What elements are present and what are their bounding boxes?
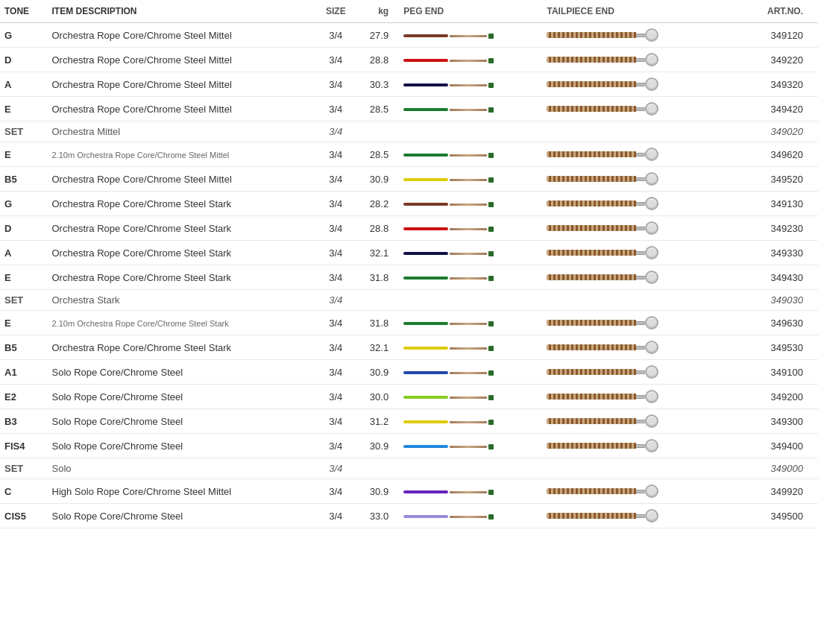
cell-size: 3/4 [314,434,357,458]
table-row: FIS4Solo Rope Core/Chrome Steel3/430.934… [0,434,818,458]
tail-twisted-section [547,225,636,231]
cell-tone: D [0,216,48,241]
cell-art-no: 349000 [714,458,818,479]
tail-connector [636,370,645,374]
cell-kg: 30.9 [357,479,396,504]
table-row: DOrchestra Rope Core/Chrome Steel Stark3… [0,216,818,241]
cell-tail-end [542,434,714,458]
tail-twisted-section [547,344,636,350]
peg-metal-band [450,35,487,37]
cell-tone: SET [0,458,48,479]
tail-string-visual [547,77,658,92]
table-row: EOrchestra Rope Core/Chrome Steel Mittel… [0,97,818,121]
cell-tail-end [542,97,714,121]
cell-size: 3/4 [314,97,357,121]
cell-size: 3/4 [314,311,357,335]
tail-string-visual [547,221,658,236]
cell-peg-end [396,458,542,479]
cell-size: 3/4 [314,167,357,192]
cell-tone: SET [0,290,48,311]
cell-peg-end [396,265,542,290]
cell-kg [357,121,396,142]
cell-desc: Orchestra Rope Core/Chrome Steel Mittel [48,167,315,192]
table-row: EOrchestra Rope Core/Chrome Steel Stark3… [0,265,818,290]
peg-string-visual [403,272,494,284]
cell-peg-end [396,48,542,72]
peg-end-mark [488,107,494,113]
cell-peg-end [396,121,542,142]
peg-end-mark [488,227,494,232]
cell-tail-end [542,216,714,241]
peg-string-visual [403,104,494,116]
peg-color-band [403,490,448,493]
peg-metal-band [450,60,487,62]
tail-twisted-section [547,513,636,519]
cell-tone: A [0,72,48,97]
desc-text: 2.10m Orchestra Rope Core/Chrome Steel M… [52,151,230,160]
tail-string-visual [547,245,658,260]
peg-metal-band [450,277,487,280]
cell-kg: 28.5 [357,97,396,121]
table-row: SETSolo3/4349000 [0,458,818,479]
tail-loop-circle [645,390,658,403]
peg-end-mark [488,276,494,281]
cell-art-no: 349400 [714,434,818,458]
cell-size: 3/4 [314,360,357,385]
cell-art-no: 349630 [714,311,818,335]
cell-kg: 30.3 [357,72,396,97]
cell-desc: Orchestra Rope Core/Chrome Steel Mittel [48,48,315,72]
tail-loop-circle [645,271,658,284]
cell-size: 3/4 [314,504,357,528]
cell-desc: Orchestra Rope Core/Chrome Steel Mittel [48,72,315,97]
cell-peg-end [396,23,542,48]
cell-kg [357,458,396,479]
cell-size: 3/4 [314,385,357,409]
tail-connector [636,153,645,157]
cell-art-no: 349120 [714,23,818,48]
peg-string-visual [403,391,494,403]
peg-metal-band [450,491,487,493]
tail-string-visual [547,28,658,42]
tail-connector [636,514,645,518]
cell-tail-end [542,72,714,97]
cell-kg: 28.8 [357,48,396,72]
peg-color-band [403,252,448,255]
peg-color-band [403,322,448,325]
cell-kg: 27.9 [357,23,396,48]
cell-desc: Orchestra Rope Core/Chrome Steel Mittel [48,97,315,121]
cell-desc: 2.10m Orchestra Rope Core/Chrome Steel S… [48,311,315,335]
cell-tone: C [0,479,48,504]
peg-string-visual [403,30,494,42]
cell-peg-end [396,290,542,311]
cell-kg: 28.8 [357,216,396,241]
cell-kg: 32.1 [357,241,396,265]
table-row: E2.10m Orchestra Rope Core/Chrome Steel … [0,142,818,167]
tail-twisted-section [547,32,636,38]
cell-tail-end [542,241,714,265]
peg-end-mark [488,177,494,183]
peg-end-mark [488,444,494,449]
cell-kg: 30.9 [357,434,396,458]
tail-loop-circle [645,484,658,498]
cell-tone: E2 [0,385,48,409]
tail-loop-circle [645,197,658,210]
cell-peg-end [396,504,542,528]
tail-connector [636,444,645,448]
peg-metal-band [450,109,487,111]
peg-end-mark [488,34,494,39]
peg-metal-band [450,372,487,374]
tail-loop-circle [645,414,658,428]
cell-art-no: 349030 [714,290,818,311]
peg-color-band [403,203,448,206]
cell-tone: E [0,97,48,121]
tail-loop-circle [645,439,658,452]
peg-color-band [403,108,448,111]
peg-metal-band [450,228,487,230]
cell-desc: Orchestra Stark [48,290,315,311]
cell-size: 3/4 [314,290,357,311]
header-peg: PEG END [396,0,542,23]
tail-connector [636,227,645,230]
cell-art-no: 349620 [714,142,818,167]
tail-loop-circle [645,102,658,116]
desc-text: 2.10m Orchestra Rope Core/Chrome Steel S… [52,319,229,328]
